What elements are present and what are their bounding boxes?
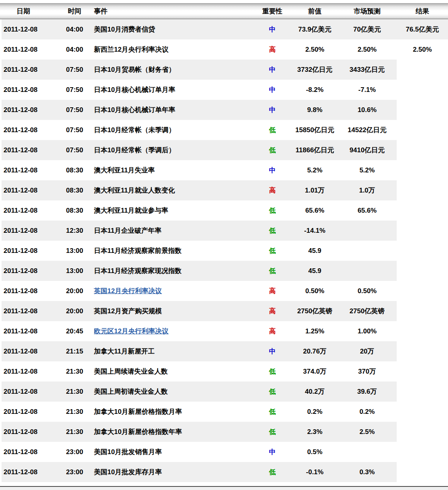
cell-time: 08:30 [59,200,90,221]
cell-result [397,301,448,321]
table-row: 2011-12-0807:50日本10月核心机械订单年率中9.8%10.6% [0,100,448,120]
cell-importance: 低 [253,140,292,160]
cell-event: 日本10月经常帐（未季调） [90,120,253,140]
cell-event: 日本10月贸易帐（财务省） [90,60,253,80]
cell-time: 12:30 [59,221,90,241]
cell-previous: -0.1% [292,462,337,482]
cell-date: 2011-12-08 [0,301,59,321]
cell-importance: 低 [253,462,292,482]
table-row: 2011-12-0808:30澳大利亚11月就业人数变化高1.01万1.0万 [0,180,448,200]
cell-event: 日本11月经济观察家前景指数 [90,241,253,261]
event-label: 日本10月贸易帐（财务省） [94,65,175,74]
column-header-event: 事件 [90,4,253,19]
cell-previous: 15850亿日元 [292,120,337,140]
cell-forecast: 5.2% [337,160,397,180]
cell-event: 欧元区12月央行利率决议 [90,321,253,341]
cell-date: 2011-12-08 [0,442,59,462]
column-header-result: 结果 [397,4,448,19]
cell-importance: 低 [253,120,292,140]
column-header-forecast: 市场预测 [337,4,397,19]
cell-time: 21:30 [59,422,90,442]
cell-result [397,442,448,462]
cell-date: 2011-12-08 [0,39,59,60]
cell-importance: 低 [253,402,292,422]
top-gap [0,0,448,3]
event-label: 加拿大11月新屋开工 [94,347,155,356]
table-row: 2011-12-0808:30澳大利亚11月失业率中5.2%5.2% [0,160,448,180]
cell-previous: -8.2% [292,80,337,100]
table-row: 2011-12-0807:50日本10月经常帐（季调后）低11866亿日元941… [0,140,448,160]
cell-result [397,80,448,100]
table-row: 2011-12-0813:00日本11月经济观察家现况指数低45.9 [0,261,448,281]
cell-time: 08:30 [59,180,90,200]
cell-event: 日本11月经济观察家现况指数 [90,261,253,281]
cell-importance: 高 [253,180,292,200]
cell-event: 日本10月核心机械订单月率 [90,80,253,100]
cell-event: 美国10月消费者信贷 [90,19,253,39]
table-row: 2011-12-0807:50日本10月核心机械订单月率中-8.2%-7.1% [0,80,448,100]
cell-result [397,200,448,221]
event-label: 英国12月资产购买规模 [94,307,162,316]
table-row: 2011-12-0812:30日本11月企业破产年率低-14.1% [0,221,448,241]
table-row: 2011-12-0808:30澳大利亚11月就业参与率低65.6%65.6% [0,200,448,221]
event-label: 日本10月核心机械订单年率 [94,105,175,114]
event-label: 澳大利亚11月就业参与率 [94,206,168,215]
cell-event: 英国12月资产购买规模 [90,301,253,321]
table-row: 2011-12-0823:00美国10月批发库存月率低-0.1%0.3% [0,462,448,482]
cell-date: 2011-12-08 [0,281,59,301]
cell-date: 2011-12-08 [0,140,59,160]
column-header-importance: 重要性 [253,4,292,19]
cell-forecast: 1.00% [337,321,397,341]
cell-time: 23:00 [59,462,90,482]
cell-previous: 0.2% [292,402,337,422]
cell-forecast: 14522亿日元 [337,120,397,140]
cell-date: 2011-12-08 [0,321,59,341]
cell-result [397,261,448,281]
cell-event: 英国12月央行利率决议 [90,281,253,301]
cell-date: 2011-12-08 [0,80,59,100]
cell-date: 2011-12-08 [0,261,59,281]
cell-event: 美国10月批发库存月率 [90,462,253,482]
cell-importance: 高 [253,301,292,321]
cell-forecast: 0.2% [337,402,397,422]
cell-previous: 3732亿日元 [292,60,337,80]
cell-result [397,120,448,140]
event-label: 美国上周初请失业金人数 [94,387,168,396]
cell-importance: 高 [253,321,292,341]
cell-date: 2011-12-08 [0,100,59,120]
table-row: 2011-12-0821:30美国上周初请失业金人数低40.2万39.6万 [0,382,448,402]
cell-date: 2011-12-08 [0,221,59,241]
cell-previous: 0.50% [292,281,337,301]
event-link[interactable]: 英国12月央行利率决议 [94,286,162,295]
cell-importance: 低 [253,200,292,221]
cell-forecast: 3433亿日元 [337,60,397,80]
event-label: 日本10月经常帐（季调后） [94,146,175,155]
cell-result [397,361,448,382]
cell-result [397,341,448,361]
cell-forecast [337,261,397,281]
cell-previous: -14.1% [292,221,337,241]
cell-date: 2011-12-08 [0,120,59,140]
cell-previous: 20.76万 [292,341,337,361]
cell-date: 2011-12-08 [0,180,59,200]
event-link[interactable]: 欧元区12月央行利率决议 [94,327,169,336]
table-row: 2011-12-0807:50日本10月贸易帐（财务省）中3732亿日元3433… [0,60,448,80]
table-row: 2011-12-0821:30加拿大10月新屋价格指数年率低2.3%2.5% [0,422,448,442]
cell-forecast: 0.50% [337,281,397,301]
cell-event: 澳大利亚11月失业率 [90,160,253,180]
table-row: 2011-12-0804:00新西兰12月央行利率决议高2.50%2.50%2.… [0,39,448,60]
cell-forecast [337,241,397,261]
cell-previous: 1.01万 [292,180,337,200]
cell-forecast [337,221,397,241]
cell-date: 2011-12-08 [0,200,59,221]
cell-time: 13:00 [59,261,90,281]
cell-previous: 40.2万 [292,382,337,402]
cell-time: 07:50 [59,100,90,120]
cell-date: 2011-12-08 [0,382,59,402]
cell-event: 日本10月经常帐（季调后） [90,140,253,160]
cell-event: 日本11月企业破产年率 [90,221,253,241]
table-row: 2011-12-0804:00美国10月消费者信贷中73.9亿美元70亿美元76… [0,19,448,39]
table-row: 2011-12-0820:45欧元区12月央行利率决议高1.25%1.00% [0,321,448,341]
cell-importance: 低 [253,241,292,261]
cell-result [397,221,448,241]
